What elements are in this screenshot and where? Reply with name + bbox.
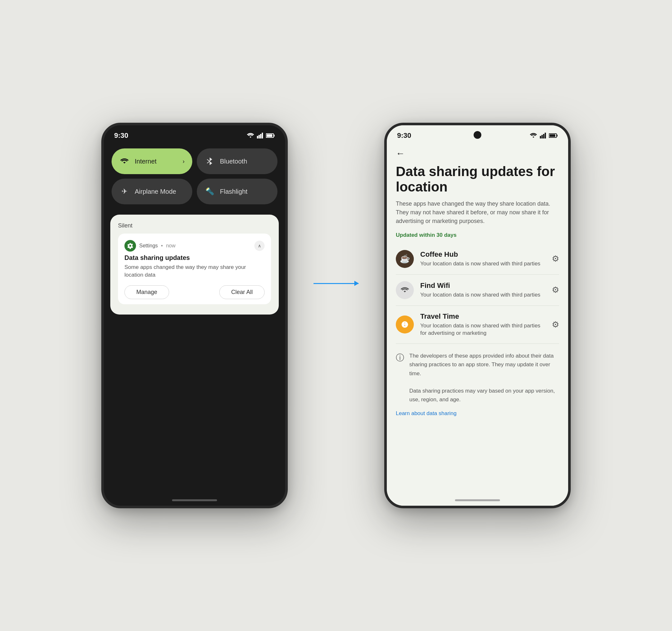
notification-area: Silent Settings • now ∧ Data sharing upd… [110, 214, 279, 314]
travel-time-settings-icon[interactable]: ⚙ [552, 320, 559, 330]
manage-button[interactable]: Manage [124, 285, 169, 299]
coffee-hub-desc: Your location data is now shared with th… [420, 260, 545, 268]
right-phone: 9:30 ← Data sharing updates f [384, 123, 571, 508]
info-section: ⓘ The developers of these apps provided … [387, 345, 568, 410]
find-wifi-settings-icon[interactable]: ⚙ [552, 285, 559, 295]
battery-icon [266, 133, 275, 138]
status-bar-left: 9:30 [104, 125, 285, 143]
wifi-status-right-icon [530, 133, 537, 138]
status-icons-left [247, 133, 275, 138]
notification-card[interactable]: Settings • now ∧ Data sharing updates So… [118, 233, 271, 304]
svg-rect-15 [550, 134, 555, 137]
svg-rect-14 [557, 135, 557, 136]
arrow-container [313, 283, 359, 284]
home-indicator [172, 499, 217, 501]
status-time-left: 9:30 [114, 131, 128, 140]
travel-arrow-icon [400, 320, 409, 329]
notif-actions: Manage Clear All [124, 285, 265, 299]
app-item-find-wifi: Find Wifi Your location data is now shar… [387, 276, 568, 304]
wifi-qs-icon [120, 158, 129, 165]
find-wifi-icon [396, 281, 414, 299]
coffee-hub-info: Coffee Hub Your location data is now sha… [420, 250, 545, 268]
page-title: Data sharing updates for location [387, 164, 568, 195]
right-screen: ← Data sharing updates for location Thes… [387, 143, 568, 506]
navigation-arrow [313, 283, 359, 284]
svg-rect-5 [273, 135, 274, 136]
coffee-hub-icon: ☕ [396, 250, 414, 268]
chevron-icon: › [183, 158, 185, 165]
svg-line-8 [207, 161, 210, 163]
qs-tile-internet[interactable]: Internet › [112, 148, 192, 174]
left-phone: 9:30 [101, 123, 288, 508]
updated-label: Updated within 30 days [387, 232, 568, 238]
back-button[interactable]: ← [387, 143, 568, 164]
travel-time-info: Travel Time Your location data is now sh… [420, 312, 545, 337]
notif-body: Some apps changed the way they may share… [124, 263, 265, 279]
svg-rect-1 [259, 135, 260, 138]
quick-settings-panel: Internet › Bluetooth ✈ Airplane Mode 🔦 F… [104, 143, 285, 209]
status-time-right: 9:30 [397, 131, 411, 140]
svg-rect-11 [543, 134, 544, 138]
settings-app-icon [124, 240, 136, 252]
signal-right-icon [540, 133, 546, 138]
learn-link[interactable]: Learn about data sharing [387, 410, 568, 417]
travel-time-icon [396, 316, 414, 333]
notif-header: Settings • now ∧ [124, 240, 265, 252]
find-wifi-name: Find Wifi [420, 281, 545, 290]
svg-line-7 [207, 159, 210, 161]
notif-time: now [166, 243, 175, 249]
svg-rect-0 [257, 136, 258, 138]
qs-tile-bluetooth[interactable]: Bluetooth [197, 148, 278, 174]
bluetooth-icon [205, 156, 215, 167]
find-wifi-info: Find Wifi Your location data is now shar… [420, 281, 545, 299]
notif-dot: • [161, 243, 163, 249]
info-text: The developers of these apps provided in… [409, 352, 559, 404]
find-wifi-desc: Your location data is now shared with th… [420, 291, 545, 299]
bluetooth-qs-icon [207, 157, 213, 166]
flashlight-icon: 🔦 [205, 186, 215, 197]
qs-tile-airplane[interactable]: ✈ Airplane Mode [112, 179, 192, 204]
svg-rect-12 [545, 133, 546, 138]
divider-1 [396, 274, 559, 275]
status-icons-right [530, 133, 558, 138]
coffee-hub-name: Coffee Hub [420, 250, 545, 259]
qs-tile-flashlight[interactable]: 🔦 Flashlight [197, 179, 278, 204]
wifi-icon [119, 156, 129, 167]
clear-all-button[interactable]: Clear All [219, 285, 265, 299]
internet-tile-label: Internet [135, 158, 157, 165]
svg-rect-2 [260, 134, 261, 138]
flashlight-tile-label: Flashlight [220, 188, 247, 195]
svg-rect-9 [540, 136, 541, 138]
notif-title: Data sharing updates [124, 254, 265, 261]
battery-right-icon [549, 133, 558, 138]
info-icon: ⓘ [396, 352, 404, 404]
airplane-tile-label: Airplane Mode [135, 188, 176, 195]
expand-button[interactable]: ∧ [254, 241, 265, 251]
divider-3 [396, 344, 559, 344]
coffee-hub-settings-icon[interactable]: ⚙ [552, 254, 559, 264]
travel-time-name: Travel Time [420, 312, 545, 321]
home-indicator-right [455, 499, 500, 501]
app-item-coffee-hub: ☕ Coffee Hub Your location data is now s… [387, 245, 568, 273]
wifi-status-icon [247, 133, 254, 138]
wifi-find-icon [400, 286, 409, 294]
bluetooth-tile-label: Bluetooth [220, 158, 247, 165]
signal-icon [257, 133, 263, 138]
travel-time-desc: Your location data is now shared with th… [420, 322, 545, 337]
airplane-icon: ✈ [119, 186, 129, 197]
app-item-travel-time: Travel Time Your location data is now sh… [387, 307, 568, 343]
svg-rect-3 [262, 133, 263, 138]
svg-rect-6 [267, 134, 272, 137]
svg-rect-10 [542, 135, 543, 138]
camera-punch [474, 131, 481, 139]
notif-section-label: Silent [118, 222, 271, 229]
page-subtitle: These apps have changed the way they sha… [387, 200, 568, 226]
settings-gear-icon [127, 243, 134, 249]
notif-app-name: Settings [139, 243, 158, 249]
